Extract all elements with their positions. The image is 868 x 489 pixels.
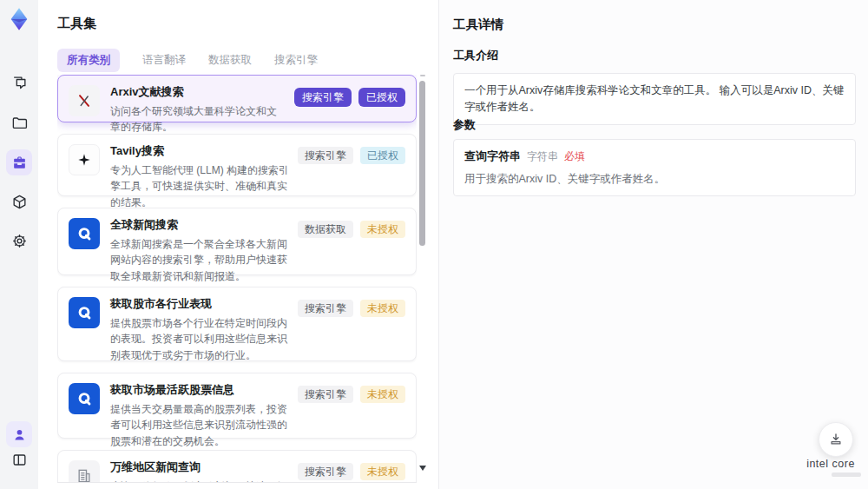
tool-name: 万维地区新闻查询 <box>110 460 289 475</box>
app-window: 工具集 所有类别 语言翻译 数据获取 搜索引擎 Arxiv文献搜索 访问各个研究… <box>0 0 868 489</box>
download-button[interactable] <box>819 422 853 457</box>
scrollbar-up-arrow[interactable] <box>420 75 425 76</box>
app-logo-icon[interactable] <box>7 7 31 31</box>
param-description: 用于搜索的Arxiv ID、关键字或作者姓名。 <box>464 172 845 187</box>
intro-heading: 工具介绍 <box>453 48 498 63</box>
tool-category-tag: 搜索引擎 <box>298 386 353 403</box>
tool-auth-badge: 已授权 <box>358 88 405 107</box>
blue-q-icon <box>69 218 100 249</box>
icon-rail <box>0 0 38 489</box>
tool-category-tag: 搜索引擎 <box>298 463 353 480</box>
tool-auth-badge: 未授权 <box>360 386 405 403</box>
tool-description: 提供股票市场各个行业在特定时间段内的表现。投资者可以利用这些信息来识别表现优于或… <box>110 315 289 364</box>
param-name: 查询字符串 <box>464 149 521 164</box>
tool-auth-badge: 未授权 <box>360 221 405 238</box>
tool-card-regional-news[interactable]: 万维地区新闻查询 查询具体行政区划内的新闻，快速了解各地新闻动 搜索引擎 未授权 <box>57 450 417 483</box>
tool-description: 提供当天交易量最高的股票列表，投资者可以利用这些信息来识别流动性强的股票和潜在的… <box>110 401 289 450</box>
chat-icon[interactable] <box>6 69 32 96</box>
tool-auth-badge: 已授权 <box>360 147 405 164</box>
intel-core-text: intel core <box>800 458 861 470</box>
folder-icon[interactable] <box>6 109 32 135</box>
tool-description: 全球新闻搜索是一个聚合全球各大新闻网站内容的搜索引擎，帮助用户快速获取全球最新资… <box>110 236 289 285</box>
building-icon <box>69 460 100 483</box>
toolbox-icon[interactable] <box>6 149 32 175</box>
tab-search-engine[interactable]: 搜索引擎 <box>274 53 318 68</box>
tool-auth-badge: 未授权 <box>360 463 405 480</box>
category-tabs: 所有类别 语言翻译 数据获取 搜索引擎 <box>57 49 318 72</box>
blue-q-icon <box>69 297 100 328</box>
intro-box: 一个用于从Arxiv存储库搜索科学论文和文章的工具。 输入可以是Arxiv ID… <box>453 73 856 125</box>
tool-card-global-news[interactable]: 全球新闻搜索 全球新闻搜索是一个聚合全球各大新闻网站内容的搜索引擎，帮助用户快速… <box>57 208 417 275</box>
download-icon <box>828 432 844 447</box>
tab-data-fetch[interactable]: 数据获取 <box>208 53 252 68</box>
tool-name: 全球新闻搜索 <box>110 218 289 233</box>
params-heading: 参数 <box>453 117 476 133</box>
gear-icon[interactable] <box>6 228 32 254</box>
page-title: 工具集 <box>57 16 96 32</box>
scrollbar-down-arrow[interactable] <box>419 466 426 471</box>
tool-card-tavily[interactable]: Tavily搜索 专为人工智能代理 (LLM) 构建的搜索引擎工具，可快速提供实… <box>57 134 417 196</box>
tool-description: 查询具体行政区划内的新闻，快速了解各地新闻动 <box>110 479 289 483</box>
tab-language-translation[interactable]: 语言翻译 <box>142 53 186 68</box>
arxiv-icon <box>69 85 100 116</box>
user-icon[interactable] <box>6 421 32 447</box>
tool-card-list: Arxiv文献搜索 访问各个研究领域大量科学论文和文章的存储库。 搜索引擎 已授… <box>57 75 417 483</box>
tool-description: 访问各个研究领域大量科学论文和文章的存储库。 <box>110 103 286 135</box>
sparkle-icon <box>69 144 100 175</box>
tool-category-tag: 搜索引擎 <box>298 147 353 164</box>
tool-name: 获取股市各行业表现 <box>110 297 289 312</box>
tool-name: 获取市场最活跃股票信息 <box>110 383 289 398</box>
tool-details-panel: 工具详情 工具介绍 一个用于从Arxiv存储库搜索科学论文和文章的工具。 输入可… <box>438 0 868 489</box>
intel-logo-subbar <box>832 472 861 477</box>
scrollbar-thumb[interactable] <box>419 81 425 246</box>
param-required-badge: 必填 <box>564 149 585 164</box>
tool-card-sector-performance[interactable]: 获取股市各行业表现 提供股票市场各个行业在特定时间段内的表现。投资者可以利用这些… <box>57 287 417 361</box>
tool-description: 专为人工智能代理 (LLM) 构建的搜索引擎工具，可快速提供实时、准确和真实的结… <box>110 162 289 211</box>
param-type: 字符串 <box>527 149 558 164</box>
intel-core-logo: intel core <box>800 458 861 477</box>
tool-category-tag: 搜索引擎 <box>294 88 352 107</box>
details-title: 工具详情 <box>453 17 503 33</box>
tool-name: Tavily搜索 <box>110 144 289 159</box>
tool-category-tag: 数据获取 <box>298 221 353 238</box>
tool-auth-badge: 未授权 <box>360 300 405 317</box>
tool-category-tag: 搜索引擎 <box>298 300 353 317</box>
intro-text: 一个用于从Arxiv存储库搜索科学论文和文章的工具。 输入可以是Arxiv ID… <box>464 83 845 116</box>
tool-card-most-active-stocks[interactable]: 获取市场最活跃股票信息 提供当天交易量最高的股票列表，投资者可以利用这些信息来识… <box>57 373 417 439</box>
cube-icon[interactable] <box>6 188 32 215</box>
param-box: 查询字符串 字符串 必填 用于搜索的Arxiv ID、关键字或作者姓名。 <box>453 139 856 196</box>
blue-q-icon <box>69 383 100 414</box>
tool-card-arxiv[interactable]: Arxiv文献搜索 访问各个研究领域大量科学论文和文章的存储库。 搜索引擎 已授… <box>57 75 417 122</box>
panel-toggle-icon[interactable] <box>6 446 32 472</box>
tool-list-panel: 工具集 所有类别 语言翻译 数据获取 搜索引擎 Arxiv文献搜索 访问各个研究… <box>38 0 438 489</box>
tool-name: Arxiv文献搜索 <box>110 85 286 100</box>
tab-all-categories[interactable]: 所有类别 <box>57 49 120 72</box>
list-scrollbar[interactable] <box>418 73 427 483</box>
